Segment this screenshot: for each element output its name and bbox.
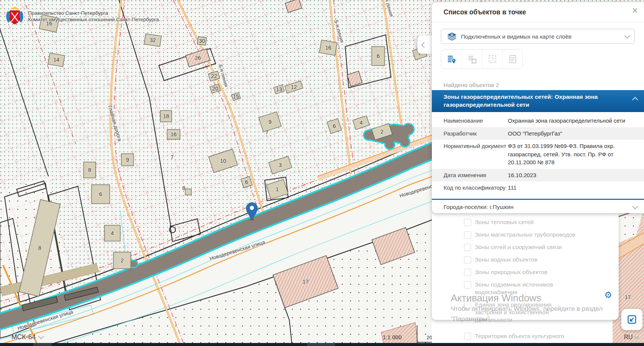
parcel-number-label: 4 [111,230,114,236]
attribute-value: Охранная зона газораспределительной сети [508,117,639,125]
parcel-number-label: 6 [333,123,336,129]
checkbox[interactable] [464,281,471,288]
checkbox[interactable] [464,333,471,340]
parcel-number-label: 1 [276,186,279,192]
layers-dropdown-panel: Зоны тепловых сетейЗоны магистральных тр… [432,213,619,320]
result-view-toolbar: ? [441,49,523,69]
expand-map-button[interactable] [621,309,642,330]
layer-label: Зоны природных объектов [475,268,547,276]
checkbox[interactable] [464,231,471,238]
checkbox[interactable] [464,219,471,226]
app-window: Главная дорога6-я линия5-я линияя линияН… [0,0,644,346]
parcel-number-label: 2 [380,129,383,135]
layer-checkbox-item[interactable]: Зоны подземных источников водоснабжения [464,281,619,296]
chevron-down-icon [634,334,639,339]
parcel-number-label: 9 [126,157,129,163]
list-with-area-button[interactable] [462,50,482,69]
object-info-panel: Список объектов в точке × Подключённых и… [432,2,644,213]
layer-checkbox-item-tail[interactable]: Территория объекта культурного [464,332,564,340]
parcel-number-label: 30 [199,38,205,44]
checkbox[interactable] [464,244,471,251]
parcel-number-label: 12 [291,84,297,90]
parcel-number-label: 7 [171,154,174,160]
gov-line2: Комитет имущественных отношений Санкт-Пе… [28,16,159,23]
attribute-row: РазработчикООО "ПетербургГаз" [432,127,644,140]
parcel-number-label: 2 [121,257,124,263]
section-separator [432,199,644,200]
attribute-row: Дата изменения16.10.2023 [432,169,644,182]
parcel-number-label: 15 [233,94,239,100]
divider [432,22,644,22]
layer-checkbox-list: Зоны тепловых сетейЗоны магистральных тр… [432,213,619,324]
layer-checkbox-item[interactable]: Зоны водных объектов [464,256,619,263]
attributes-table: НаименованиеОхранная зона газораспредели… [432,114,644,194]
language-indicator[interactable]: RU [624,334,638,341]
building-footprint [185,189,191,195]
diagonal-arrow-icon [627,314,637,325]
scale-bar-value: 20 [427,335,432,340]
attribute-row: Нормативный документФЗ от 31.03.1999 №69… [432,140,644,169]
crs-value: МСК-64 [11,333,36,341]
parcel-number-label: 26 [195,55,201,61]
parcel-number-label: 32 [150,37,156,43]
layer-checkbox-item[interactable]: Единая зона регулирования застройки и хо… [464,301,619,324]
windows-taskbar-sliver [0,343,644,346]
parcel-number-label: 10 [220,158,226,164]
layer-label: Зоны подземных источников водоснабжения [475,281,576,296]
layer-label: Единая зона регулирования застройки и хо… [475,301,576,324]
checkbox[interactable] [464,301,471,309]
gear-icon[interactable]: ⚙ [604,290,612,300]
attribute-row: Код по классификатору111 [432,181,644,194]
gov-header: Правительство Санкт-Петербурга Комитет и… [5,6,159,26]
list-with-pin-button[interactable] [441,50,462,69]
parcel-number-label: 8 [182,185,185,191]
second-object-title: Города-поселки: г.Пушкин [444,204,514,210]
spb-coat-of-arms-logo [5,6,24,26]
language-code: RU [624,334,633,341]
chevron-down-icon [632,204,638,210]
identify-area-button[interactable]: ? [482,50,503,69]
attribute-value: 16.10.2023 [508,171,639,179]
layers-icon [447,32,457,41]
second-object-section-header[interactable]: Города-поселки: г.Пушкин [432,202,644,212]
parcel-number-label: 9 [268,119,272,125]
parcel-number-label: 7 [265,129,268,135]
chevron-down-icon [624,33,630,39]
layer-label: Территория объекта культурного [475,332,564,340]
layer-scope-select[interactable]: Подключённых и видимых на карте слоёв [441,29,635,44]
layer-checkbox-item[interactable]: Зоны тепловых сетей [464,218,619,226]
attribute-label: Разработчик [444,129,508,138]
parcel-number-label: 14 [53,57,59,63]
chevron-down-icon [38,334,44,340]
layer-checkbox-item[interactable]: Зоны магистральных трубопроводов [464,231,619,238]
crs-selector[interactable]: МСК-64 [11,333,43,341]
attribute-label: Нормативный документ [444,142,508,167]
close-icon[interactable]: × [632,5,638,16]
parcel-number-label: 17 [303,279,309,285]
object-section-title: Зоны газораспределительных сетей: Охранн… [444,94,598,108]
layer-checkbox-item[interactable]: Зоны сетей и сооружений связи [464,243,619,251]
report-document-button[interactable] [503,50,523,69]
attribute-label: Наименование [444,117,508,125]
found-objects-count: Найдено объектов 2 [444,82,499,89]
parcel-number-label: 16 [325,45,331,51]
parcel-number-label: 22 [211,73,217,79]
checkbox[interactable] [464,256,471,263]
object-section-header[interactable]: Зоны газораспределительных сетей: Охранн… [432,90,644,112]
attribute-label: Код по классификатору [444,184,508,192]
parcel-number-label: 8 [88,167,91,173]
chevron-left-icon [421,42,427,48]
parcel-number-label: 8 [38,245,41,251]
parcel-number-label: 6 [377,53,380,59]
parcel-number-label: 6 [99,191,102,197]
parcel-number-label: 17 [625,294,631,300]
parcel-number-label: 20 [212,86,218,92]
attribute-value: 111 [508,184,639,192]
attribute-value: ООО "ПетербургГаз" [508,129,639,138]
layer-label: Зоны сетей и сооружений связи [475,243,562,251]
layer-label: Зоны магистральных трубопроводов [475,231,575,238]
layer-checkbox-item[interactable]: Зоны природных объектов [464,268,619,276]
checkbox[interactable] [464,269,471,276]
parcel-number-label: 13 [276,86,282,92]
parcel-number-label: 16 [171,131,177,137]
